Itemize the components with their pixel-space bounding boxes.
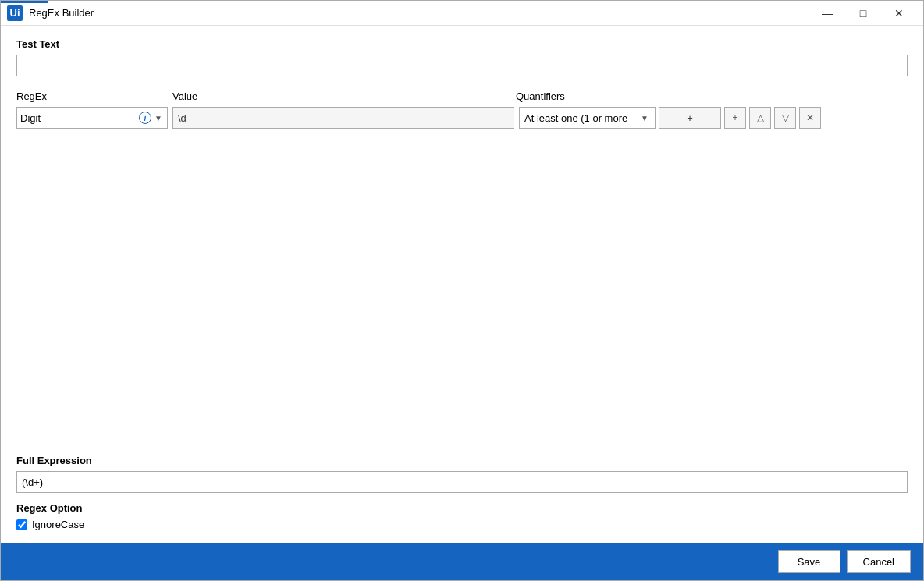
- cancel-button[interactable]: Cancel: [847, 550, 911, 573]
- add-row-button[interactable]: +: [724, 107, 746, 129]
- full-expression-label: Full Expression: [16, 455, 908, 466]
- bottom-section: Full Expression Regex Option IgnoreCase: [16, 455, 908, 530]
- columns-header: RegEx Value Quantifiers: [16, 90, 908, 102]
- save-button[interactable]: Save: [778, 550, 840, 573]
- test-text-input[interactable]: [16, 55, 908, 76]
- quantifier-dropdown-arrow: ▼: [639, 112, 650, 123]
- content-area: Test Text RegEx Value Quantifiers Digit …: [1, 26, 923, 543]
- quantifiers-column-header: Quantifiers: [516, 90, 908, 102]
- value-column-header: Value: [172, 90, 516, 102]
- move-up-button[interactable]: △: [749, 107, 771, 129]
- app-logo: Ui: [7, 5, 23, 21]
- move-down-button[interactable]: ▽: [774, 107, 796, 129]
- content-spacer: [16, 129, 908, 455]
- regex-row: Digit i ▼ \d At least one (1 or more ▼: [16, 107, 908, 129]
- quantifier-value-text: At least one (1 or more: [524, 112, 639, 124]
- window-title: RegEx Builder: [29, 7, 809, 19]
- regex-type-value: Digit: [20, 112, 139, 124]
- quantifier-dropdown[interactable]: At least one (1 or more ▼: [519, 107, 656, 129]
- title-bar: Ui RegEx Builder — □ ✕: [1, 1, 923, 26]
- maximize-button[interactable]: □: [845, 1, 881, 26]
- regex-section: RegEx Value Quantifiers Digit i ▼ \d: [16, 90, 908, 129]
- regex-column-header: RegEx: [16, 90, 172, 102]
- progress-bar: [1, 1, 48, 3]
- minimize-button[interactable]: —: [809, 1, 845, 26]
- ignore-case-row: IgnoreCase: [16, 519, 908, 530]
- close-button[interactable]: ✕: [881, 1, 917, 26]
- regex-option-label: Regex Option: [16, 502, 908, 514]
- full-expression-input[interactable]: [16, 471, 908, 493]
- quantifier-value-field: +: [659, 107, 721, 129]
- regex-type-dropdown[interactable]: Digit i ▼: [16, 107, 168, 129]
- ignore-case-label: IgnoreCase: [32, 519, 84, 530]
- footer-bar: Save Cancel: [1, 543, 923, 580]
- delete-row-button[interactable]: ✕: [799, 107, 821, 129]
- main-window: Ui RegEx Builder — □ ✕ Test Text RegEx V…: [0, 0, 924, 581]
- test-text-section: Test Text: [16, 38, 908, 76]
- info-icon[interactable]: i: [139, 112, 151, 124]
- regex-dropdown-arrow: ▼: [153, 112, 164, 123]
- test-text-label: Test Text: [16, 38, 908, 50]
- ignore-case-checkbox[interactable]: [16, 519, 27, 530]
- regex-dropdown-icons: i ▼: [139, 112, 164, 124]
- window-controls: — □ ✕: [809, 1, 917, 26]
- regex-value-field: \d: [172, 107, 514, 129]
- quantifiers-group: At least one (1 or more ▼ + + △ ▽ ✕: [519, 107, 908, 129]
